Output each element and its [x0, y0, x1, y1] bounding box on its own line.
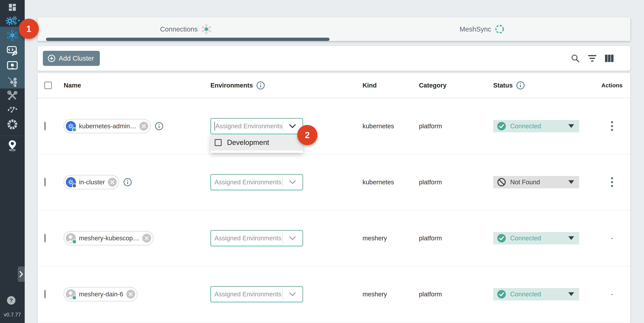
connection-chip[interactable]: meshery-dain-6: [64, 287, 138, 301]
select-chevron-button[interactable]: [288, 289, 297, 299]
status-label: Connected: [510, 234, 541, 242]
sidebar-item-extensions[interactable]: [0, 118, 25, 131]
environment-option-checkbox[interactable]: [215, 139, 222, 146]
kind-value: kubernetes: [362, 178, 394, 186]
view-columns-button[interactable]: [605, 54, 614, 63]
row-checkbox[interactable]: [44, 234, 46, 242]
view-columns-icon: [605, 55, 614, 62]
status-caret-icon[interactable]: [568, 124, 574, 128]
app-version: v0.7.77: [0, 312, 25, 318]
environment-option-label: Development: [227, 139, 269, 147]
assigned-environments-select[interactable]: Assigned Environments: [210, 174, 303, 190]
assigned-environments-select[interactable]: Assigned Environments: [210, 118, 303, 134]
table-tools: [571, 46, 614, 71]
connection-status-dot: [72, 239, 77, 244]
connected-check-icon: [497, 290, 506, 299]
sidebar-expand-button[interactable]: [18, 266, 25, 282]
filter-icon: [588, 55, 597, 62]
connections-hub-icon: [6, 30, 18, 41]
sidebar-item-toolkit[interactable]: [0, 90, 25, 101]
plus-circle-icon: [48, 54, 56, 62]
connection-chip[interactable]: in-cluster: [64, 175, 119, 189]
select-all-checkbox[interactable]: [44, 82, 52, 89]
status-dropdown-chip[interactable]: Connected: [493, 232, 579, 244]
filter-button[interactable]: [588, 54, 597, 63]
table-row: in-cluster Assigned Environments: [38, 154, 630, 210]
table-body: kubernetes-admin… Assigned Environments: [38, 98, 630, 322]
workloads-graph-icon: [7, 76, 18, 87]
connections-hub-icon: [201, 24, 212, 34]
close-icon: [110, 180, 114, 184]
remove-connection-button[interactable]: [140, 122, 148, 131]
search-button[interactable]: [571, 54, 580, 63]
connection-info-icon[interactable]: [155, 122, 163, 130]
status-caret-icon[interactable]: [568, 236, 574, 240]
location-pin-icon: [8, 140, 17, 151]
close-icon: [142, 124, 146, 128]
close-icon: [144, 236, 149, 240]
chevron-down-icon: [289, 124, 296, 128]
connection-status-dot: [72, 183, 77, 188]
category-value: platform: [419, 178, 442, 186]
toolkit-wrench-icon: [7, 90, 18, 101]
sidebar-item-environments-pin[interactable]: [0, 139, 25, 151]
row-checkbox[interactable]: [44, 178, 46, 186]
connection-type-icon-wrap: [66, 177, 76, 187]
close-icon: [128, 292, 133, 296]
tab-meshsync[interactable]: MeshSync: [334, 17, 630, 41]
connections-table: Name Environments Kind Category Status A…: [38, 73, 630, 323]
kind-value: meshery: [362, 234, 387, 242]
sidebar-item-conformance[interactable]: [0, 60, 25, 72]
active-tab-indicator: [46, 38, 330, 41]
connections-toolbar: Add Cluster: [38, 46, 630, 71]
select-chevron-button[interactable]: [288, 178, 297, 187]
assigned-environments-select[interactable]: Assigned Environments: [210, 230, 303, 246]
row-checkbox[interactable]: [44, 122, 46, 130]
connection-type-icon-wrap: [66, 289, 76, 299]
status-dropdown-chip[interactable]: Connected: [493, 120, 579, 132]
tutorial-step-badge-1: 1: [19, 19, 39, 39]
assigned-environments-placeholder: Assigned Environments: [214, 234, 282, 242]
dashboard-icon[interactable]: [0, 3, 25, 12]
text-cursor: [214, 122, 215, 131]
environment-option-development[interactable]: Development: [210, 135, 303, 150]
tab-connections-label: Connections: [160, 25, 198, 33]
sidebar-item-adapters[interactable]: [0, 45, 25, 57]
dashboard-icon: [8, 3, 17, 12]
info-icon[interactable]: [256, 81, 265, 90]
help-button[interactable]: ?: [7, 296, 16, 305]
tab-connections[interactable]: Connections: [38, 17, 334, 41]
connected-check-icon: [497, 234, 506, 243]
connection-status-dot: [72, 127, 77, 132]
connection-chip[interactable]: meshery-kubescop…: [64, 231, 154, 245]
connection-info-icon[interactable]: [123, 178, 132, 186]
remove-connection-button[interactable]: [142, 234, 151, 243]
remove-connection-button[interactable]: [126, 290, 135, 299]
connection-status-dot: [72, 295, 77, 300]
connection-name: meshery-dain-6: [79, 290, 123, 298]
assigned-environments-select[interactable]: Assigned Environments: [210, 286, 303, 302]
select-chevron-button[interactable]: [288, 122, 297, 131]
info-icon[interactable]: [516, 81, 525, 90]
status-caret-icon[interactable]: [568, 180, 574, 184]
status-dropdown-chip[interactable]: Not Found: [493, 176, 579, 188]
select-divider: [282, 122, 283, 131]
environments-dropdown-menu: Development: [210, 135, 303, 153]
row-actions-none: -: [611, 234, 613, 242]
table-row: meshery-dain-6 Assigned Environments: [38, 266, 630, 322]
row-actions-menu-button[interactable]: [609, 119, 615, 133]
help-icon: ?: [10, 297, 13, 304]
add-cluster-button[interactable]: Add Cluster: [43, 51, 100, 66]
status-dropdown-chip[interactable]: Connected: [493, 288, 579, 300]
sidebar-item-performance[interactable]: [0, 104, 25, 114]
sidebar-item-workloads[interactable]: [0, 76, 25, 87]
assigned-environments-placeholder: Assigned Environments: [214, 290, 282, 298]
connection-chip[interactable]: kubernetes-admin…: [64, 119, 150, 133]
remove-connection-button[interactable]: [108, 178, 117, 187]
chevron-down-icon: [289, 236, 296, 240]
status-caret-icon[interactable]: [568, 292, 574, 296]
select-chevron-button[interactable]: [288, 234, 297, 243]
add-cluster-label: Add Cluster: [59, 55, 94, 62]
row-actions-menu-button[interactable]: [609, 175, 615, 189]
row-checkbox[interactable]: [44, 290, 46, 298]
